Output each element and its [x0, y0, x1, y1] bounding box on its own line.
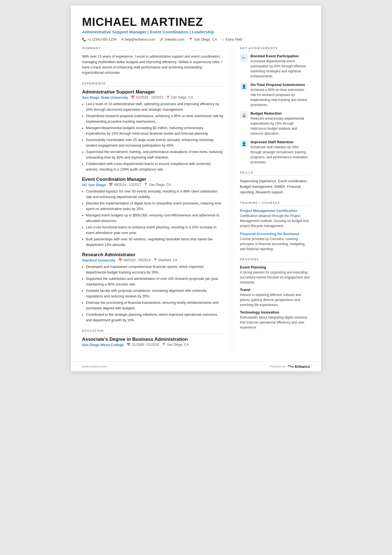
calendar-icon-2: 📅 [109, 183, 113, 187]
job-dates-1: 📅 01/2018 - 10/2023 [131, 95, 163, 99]
achievement-icon-1: ✏ [240, 54, 248, 62]
passion-title-3: Technology Innovation [240, 310, 310, 314]
job-meta-2: UC San Diego 📅 06/2014 - 12/2017 📍 San D… [82, 183, 224, 187]
achievement-body-2: On-Time Proposal Submissions Achieved a … [250, 83, 310, 107]
location-text: San Diego, CA [194, 38, 217, 41]
candidate-name: MICHAEL MARTINEZ [82, 16, 310, 28]
job-dates-2: 📅 06/2014 - 12/2017 [109, 183, 141, 187]
edu-block-1: Associate's Degree in Business Administr… [82, 337, 224, 347]
bullet-1-1: Led a team of 10 administrative staff, o… [86, 101, 224, 112]
passion-title-2: Travel [240, 288, 310, 292]
bullet-3-3: Assisted faculty with proposal complianc… [86, 288, 224, 299]
job-org-3: Stanford University [82, 258, 115, 262]
contact-row: 📞 +1-(234)-555-1234 ✉ help@enhancv.com 🔗… [82, 38, 310, 41]
training-title-2: Financial Accounting for Business [240, 232, 310, 236]
bullet-2-5: Built partnerships with over 30 vendors,… [86, 236, 224, 248]
job-meta-3: Stanford University 📅 08/2010 - 05/2014 … [82, 258, 224, 262]
achievement-item-3: 🔒 Budget Reduction Reduced unnecessary d… [240, 111, 310, 136]
achievement-body-3: Budget Reduction Reduced unnecessary dep… [250, 111, 310, 136]
achievement-desc-3: Reduced unnecessary departmental expendi… [250, 116, 310, 136]
bullet-2-3: Managed event budgets up to $500,000, en… [86, 213, 224, 224]
training-desc-2: Course provided by Coursera, covering pr… [240, 236, 310, 251]
contact-email: ✉ help@enhancv.com [121, 38, 155, 41]
education-section: EDUCATION Associate's Degree in Business… [82, 329, 224, 347]
job-dates-3: 📅 08/2010 - 05/2014 [118, 258, 150, 262]
achievement-body-4: Improved Staff Retention Enhanced staff … [250, 140, 310, 165]
enhancv-brand-name: Enhancv [295, 364, 310, 369]
star-icon: ☆ [222, 38, 225, 41]
contact-phone: 📞 +1-(234)-555-1234 [82, 38, 116, 41]
job-block-3: Research Administrator Stanford Universi… [82, 252, 224, 323]
edu-org-1: San Diego Mesa College [82, 343, 124, 347]
skills-label: SKILLS [240, 171, 310, 176]
passion-item-2: Travel Interest in exploring different c… [240, 288, 310, 307]
skills-text: Supervising experience, Event coordinati… [240, 178, 310, 195]
bullet-3-1: Developed and maintained comprehensive f… [86, 264, 224, 275]
skills-section: SKILLS Supervising experience, Event coo… [240, 171, 310, 195]
passion-desc-1: A strong passion for organizing and exec… [240, 270, 310, 285]
achievement-title-3: Budget Reduction [250, 111, 310, 115]
bullet-1-4: Successfully coordinated over 25 large-s… [86, 137, 224, 148]
achievement-title-2: On-Time Proposal Submissions [250, 83, 310, 87]
achievement-desc-2: Achieved a 95% on-time submission rate f… [250, 87, 310, 107]
achievements-label: KEY ACHIEVEMENTS [240, 46, 310, 51]
summary-section: SUMMARY With over 13 years of experience… [82, 46, 224, 76]
experience-section: EXPERIENCE Administrative Support Manage… [82, 82, 224, 323]
training-item-2: Financial Accounting for Business Course… [240, 232, 310, 251]
achievement-icon-2: 👤 [240, 83, 248, 90]
achievement-title-4: Improved Staff Retention [250, 140, 310, 144]
achievement-item-4: 👤 Improved Staff Retention Enhanced staf… [240, 140, 310, 165]
job-org-2: UC San Diego [82, 183, 106, 187]
main-content: SUMMARY With over 13 years of experience… [71, 46, 321, 361]
bullet-1-3: Managed departmental budgets exceeding $… [86, 125, 224, 136]
achievement-desc-4: Enhanced staff retention by 30% through … [250, 145, 310, 165]
job-block-2: Event Coordination Manager UC San Diego … [82, 177, 224, 248]
summary-label: SUMMARY [82, 46, 224, 51]
job-location-1: 📍 San Diego, CA [166, 95, 193, 99]
job-meta-1: San Diego State University 📅 01/2018 - 1… [82, 95, 224, 100]
bullet-2-1: Coordinated logistics for over 50 events… [86, 189, 224, 200]
job-org-1: San Diego State University [82, 95, 128, 100]
achievement-body-1: Boosted Event Participation Increased de… [250, 54, 310, 79]
location-icon: 📍 [189, 38, 193, 41]
job-title-2: Event Coordination Manager [82, 177, 224, 182]
footer-website: www.enhancv.com [82, 365, 107, 368]
job-location-3: 📍 Stanford, CA [153, 258, 177, 262]
job-location-2: 📍 San Diego, CA [144, 183, 171, 187]
bullet-1-5: Supervised the recruitment, training, an… [86, 149, 224, 160]
job-title-1: Administrative Support Manager [82, 89, 224, 95]
job-bullets-2: Coordinated logistics for over 50 events… [82, 189, 224, 248]
bullet-2-4: Led cross-functional teams to enhance ev… [86, 225, 224, 236]
calendar-icon-3: 📅 [118, 258, 122, 262]
pin-icon-3: 📍 [153, 258, 157, 262]
enhancv-logo: Enhancv [287, 364, 310, 369]
candidate-title: Administrative Support Manager | Event C… [82, 29, 310, 34]
pin-icon-1: 📍 [166, 95, 170, 99]
footer-brand-area: Powered by Enhancv [270, 364, 310, 369]
pin-icon-edu: 📍 [162, 343, 166, 347]
contact-extra: ☆ Extra Field [222, 38, 242, 41]
training-item-1: Project Management Certification Certifi… [240, 209, 310, 228]
job-bullets-3: Developed and maintained comprehensive f… [82, 264, 224, 323]
summary-text: With over 13 years of experience, I exce… [82, 54, 224, 76]
training-desc-1: Certification obtained through the Proje… [240, 213, 310, 228]
bullet-3-5: Contributed to the strategic planning in… [86, 312, 224, 323]
bullet-1-2: Streamlined research proposal submission… [86, 113, 224, 124]
achievement-title-1: Boosted Event Participation [250, 54, 310, 58]
achievements-section: KEY ACHIEVEMENTS ✏ Boosted Event Partici… [240, 46, 310, 165]
email-icon: ✉ [121, 38, 124, 41]
resume-page: MICHAEL MARTINEZ Administrative Support … [71, 6, 321, 371]
bullet-3-4: Oversaw the processing of financial tran… [86, 300, 224, 311]
passion-item-3: Technology Innovation Enthusiastic about… [240, 310, 310, 330]
bullet-2-2: Directed the implementation of digital t… [86, 201, 224, 212]
phone-text: +1-(234)-555-1234 [87, 38, 116, 41]
bullet-3-2: Supported the submission and administrat… [86, 276, 224, 287]
resume-header: MICHAEL MARTINEZ Administrative Support … [71, 6, 321, 46]
extra-text: Extra Field [226, 38, 242, 41]
training-title-1: Project Management Certification [240, 209, 310, 213]
calendar-icon-edu: 📅 [126, 343, 131, 347]
pin-icon-2: 📍 [144, 183, 148, 187]
linkedin-text: linkedin.com [165, 38, 184, 41]
job-block-1: Administrative Support Manager San Diego… [82, 89, 224, 172]
contact-linkedin: 🔗 linkedin.com [160, 38, 184, 41]
